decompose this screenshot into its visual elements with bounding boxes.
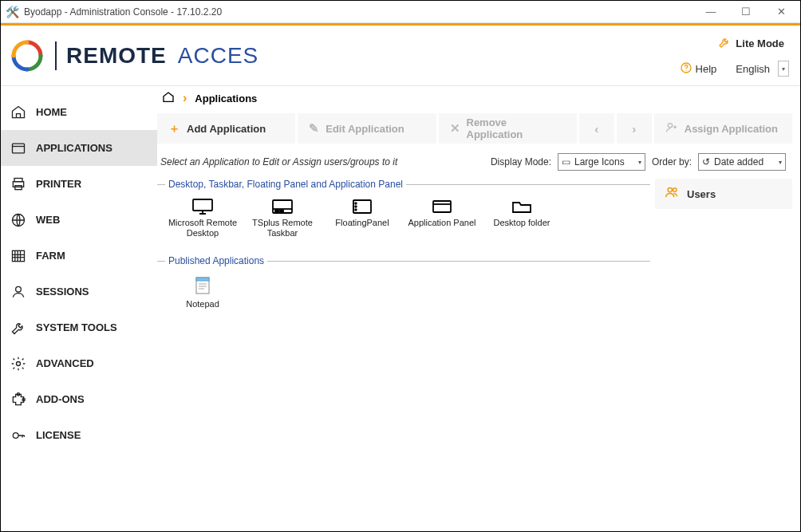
svg-point-13 — [668, 123, 672, 127]
sidebar-item-systemtools[interactable]: SYSTEM TOOLS — [1, 309, 157, 345]
help-button[interactable]: Help — [680, 61, 717, 77]
chevron-right-icon: › — [632, 122, 636, 136]
svg-point-9 — [17, 361, 21, 365]
next-button[interactable]: › — [617, 113, 652, 144]
sidebar-item-sessions[interactable]: SESSIONS — [1, 274, 157, 309]
app-tile-floating-panel[interactable]: FloatingPanel — [325, 196, 400, 239]
app-tile-notepad[interactable]: Notepad — [165, 273, 240, 311]
sidebar-item-label: APPLICATIONS — [36, 142, 112, 154]
breadcrumb-home-icon[interactable] — [162, 91, 175, 106]
app-tile-label: Desktop folder — [494, 218, 550, 228]
chevron-down-icon[interactable]: ▾ — [778, 61, 789, 77]
remove-application-button[interactable]: ✕ Remove Application — [439, 113, 577, 144]
sidebar-item-label: ADD-ONS — [36, 393, 85, 405]
sidebar-item-printer[interactable]: PRINTER — [1, 166, 157, 202]
sidebar-item-farm[interactable]: FARM — [1, 238, 157, 274]
floating-panel-icon — [351, 198, 373, 215]
svg-rect-7 — [13, 250, 25, 261]
builtin-apps-legend: Desktop, Taskbar, Floating Panel and App… — [165, 179, 406, 190]
app-tile-remote-desktop[interactable]: Microsoft Remote Desktop — [165, 196, 240, 239]
published-apps-group: Published Applications — [157, 255, 650, 317]
published-apps-legend: Published Applications — [165, 255, 267, 266]
sidebar-item-label: WEB — [36, 214, 60, 226]
brand-text-left: REMOTE — [66, 43, 167, 69]
builtin-apps-group: Desktop, Taskbar, Floating Panel and App… — [157, 179, 650, 246]
farm-icon — [10, 248, 26, 264]
assign-user-icon — [665, 121, 678, 136]
app-tile-remote-taskbar[interactable]: TSplus Remote Taskbar — [245, 196, 320, 239]
window-maximize-button[interactable]: ☐ — [728, 1, 764, 23]
app-icon: 🛠️ — [6, 6, 19, 18]
pencil-icon: ✎ — [309, 121, 319, 136]
users-icon — [665, 185, 679, 203]
remove-application-label: Remove Application — [467, 116, 566, 140]
svg-point-21 — [355, 209, 357, 211]
app-tile-desktop-folder[interactable]: Desktop folder — [484, 196, 559, 239]
wrench-icon — [718, 36, 731, 51]
display-mode-label: Display Mode: — [491, 156, 551, 167]
sidebar-item-advanced[interactable]: ADVANCED — [1, 345, 157, 381]
app-tile-label: FloatingPanel — [335, 218, 389, 228]
help-icon — [680, 61, 692, 77]
sidebar-item-label: ADVANCED — [36, 357, 94, 369]
sidebar-item-label: PRINTER — [36, 178, 81, 190]
app-tile-label: Notepad — [186, 299, 219, 309]
app-tile-label: TSplus Remote Taskbar — [245, 218, 320, 238]
window-close-button[interactable]: ✕ — [764, 1, 799, 23]
sidebar-item-home[interactable]: HOME — [1, 94, 157, 130]
language-value: English — [736, 63, 770, 75]
monitor-icon — [191, 198, 214, 215]
svg-point-12 — [13, 432, 18, 438]
printer-icon — [10, 176, 26, 192]
order-by-label: Order by: — [652, 156, 692, 167]
user-icon — [10, 284, 26, 300]
edit-application-label: Edit Application — [326, 123, 404, 135]
svg-rect-24 — [196, 278, 209, 281]
sidebar-item-applications[interactable]: APPLICATIONS — [1, 130, 157, 166]
filter-row: Select an Application to Edit or Assign … — [157, 150, 792, 179]
svg-rect-14 — [193, 199, 212, 211]
brand-text-right: ACCES — [178, 43, 258, 69]
window-icon — [431, 198, 453, 215]
sidebar-item-web[interactable]: WEB — [1, 202, 157, 238]
header: REMOTE ACCES Lite Mode Help English — [1, 26, 800, 86]
language-selector[interactable]: English ▾ — [731, 59, 789, 78]
notepad-icon — [191, 274, 214, 297]
order-by-select[interactable]: ↺ Date added ▾ — [698, 153, 786, 171]
lite-mode-button[interactable]: Lite Mode — [713, 33, 789, 54]
edit-application-button[interactable]: ✎ Edit Application — [298, 113, 436, 144]
users-label: Users — [687, 188, 716, 200]
add-application-label: Add Application — [187, 123, 266, 135]
display-mode-value: Large Icons — [574, 156, 625, 167]
svg-rect-17 — [280, 211, 283, 212]
prev-button[interactable]: ‹ — [579, 113, 614, 144]
sidebar: HOME APPLICATIONS PRINTER WEB — [1, 86, 157, 531]
display-mode-select[interactable]: ▭ Large Icons ▾ — [558, 153, 645, 171]
chevron-down-icon: ▾ — [779, 159, 782, 166]
sidebar-item-label: HOME — [36, 106, 67, 118]
svg-rect-5 — [15, 185, 22, 189]
window-minimize-button[interactable]: — — [693, 1, 728, 23]
svg-rect-2 — [13, 144, 25, 153]
svg-rect-16 — [275, 211, 278, 212]
titlebar: 🛠️ Byodapp - Administration Console - 17… — [1, 1, 800, 23]
window-title: Byodapp - Administration Console - 17.10… — [24, 6, 222, 18]
svg-rect-22 — [433, 201, 451, 212]
add-application-button[interactable]: ＋ Add Application — [157, 113, 295, 144]
key-icon — [10, 428, 26, 443]
sidebar-item-label: SESSIONS — [36, 286, 89, 298]
large-icons-icon: ▭ — [562, 156, 570, 167]
swirl-icon — [10, 39, 44, 73]
users-button[interactable]: Users — [655, 179, 792, 209]
help-label: Help — [696, 63, 717, 75]
globe-icon — [10, 212, 26, 228]
breadcrumb-separator-icon: › — [183, 91, 187, 105]
app-tile-application-panel[interactable]: Application Panel — [404, 196, 479, 239]
svg-point-20 — [355, 206, 357, 207]
assign-application-button[interactable]: Assign Application — [654, 113, 792, 144]
sidebar-item-license[interactable]: LICENSE — [1, 417, 157, 453]
svg-point-25 — [668, 187, 672, 191]
sidebar-item-addons[interactable]: ADD-ONS — [1, 381, 157, 417]
order-by-value: Date added — [714, 156, 764, 167]
folder-icon — [511, 198, 533, 215]
